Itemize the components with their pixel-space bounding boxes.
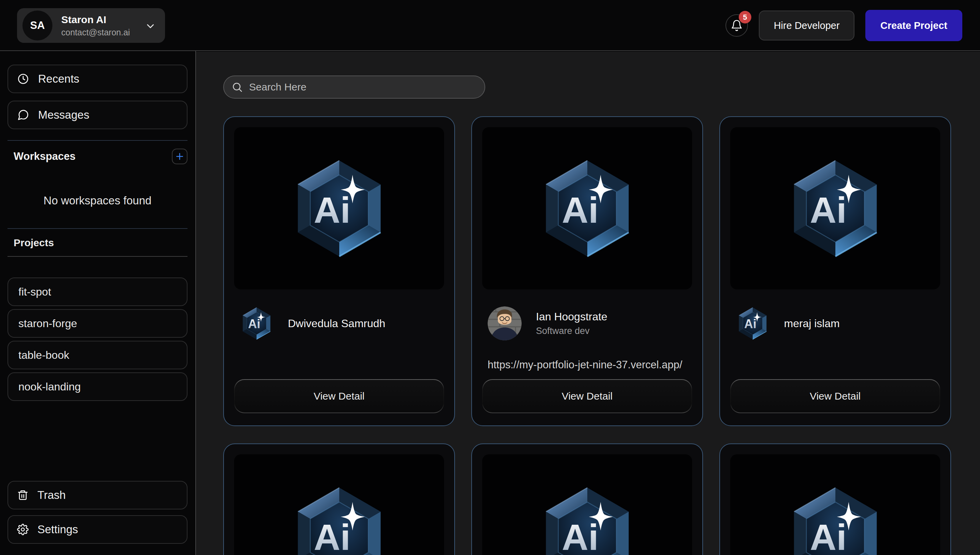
projects-title: Projects [8,237,188,249]
developer-card [223,443,455,555]
notification-badge: 5 [739,11,751,24]
divider [8,228,188,229]
sidebar-item-label: Recents [38,72,79,85]
divider [8,256,188,257]
notifications-button[interactable]: 5 [726,14,748,37]
divider [8,140,188,141]
ai-logo [784,484,887,555]
account-email: contact@staron.ai [61,27,130,38]
account-switcher[interactable]: SA Staron AI contact@staron.ai [17,8,165,43]
search-bar[interactable] [223,75,485,99]
developer-card: Dwivedula Samrudh View Detail [223,116,455,426]
workspaces-title: Workspaces [14,150,76,162]
developer-name: Dwivedula Samrudh [288,317,385,330]
main-content: Dwivedula Samrudh View Detail Ian Hoogst… [196,52,980,555]
sidebar-item-recents[interactable]: Recents [8,65,188,93]
ai-logo [536,484,638,555]
ai-logo [784,157,887,260]
clock-icon [17,73,29,85]
card-image [730,127,940,289]
workspaces-empty-text: No workspaces found [8,194,188,207]
sidebar-project-table-book[interactable]: table-book [8,341,188,369]
sidebar-item-settings[interactable]: Settings [8,515,188,544]
project-label: fit-spot [18,286,51,298]
trash-icon [17,489,29,501]
chevron-down-icon [145,21,156,32]
sidebar-project-staron-forge[interactable]: staron-forge [8,309,188,338]
ai-logo [536,157,638,260]
chat-icon [17,109,29,121]
card-image [482,127,692,289]
developer-name: meraj islam [784,317,840,330]
sidebar-item-messages[interactable]: Messages [8,101,188,129]
developer-card-grid: Dwivedula Samrudh View Detail Ian Hoogst… [223,116,951,555]
sidebar-project-nook-landing[interactable]: nook-landing [8,372,188,401]
card-image [234,127,444,289]
developer-card: Ian Hoogstrate Software dev https://my-p… [471,116,703,426]
account-name: Staron AI [61,13,130,26]
view-detail-button[interactable]: View Detail [730,379,940,413]
sidebar-item-label: Messages [38,109,89,121]
view-detail-button[interactable]: View Detail [234,379,444,413]
add-workspace-button[interactable] [172,149,188,164]
portfolio-url[interactable]: https://my-portfolio-jet-nine-37.vercel.… [488,359,692,371]
developer-role: Software dev [536,326,607,336]
search-input[interactable] [248,81,481,93]
developer-card: meraj islam View Detail [719,116,951,426]
project-label: nook-landing [18,380,80,393]
avatar: SA [22,11,52,40]
sidebar-project-fit-spot[interactable]: fit-spot [8,278,188,306]
ai-logo-avatar [239,306,273,340]
sidebar: Recents Messages Workspaces No workspace… [0,51,196,555]
plus-icon [175,151,185,162]
sidebar-item-trash[interactable]: Trash [8,481,188,509]
card-image [482,454,692,555]
ai-logo [288,484,390,555]
sidebar-item-label: Trash [37,489,66,502]
search-icon [231,81,243,93]
developer-card [719,443,951,555]
ai-logo [288,157,390,260]
card-image [234,454,444,555]
project-label: table-book [18,349,69,361]
gear-icon [17,524,29,535]
sidebar-item-label: Settings [37,523,78,536]
developer-card [471,443,703,555]
ai-logo-avatar [736,306,770,340]
project-label: staron-forge [18,317,77,330]
top-bar: SA Staron AI contact@staron.ai 5 Hire De… [0,0,980,51]
view-detail-button[interactable]: View Detail [482,379,692,413]
create-project-button[interactable]: Create Project [865,10,962,41]
hire-developer-button[interactable]: Hire Developer [759,11,855,40]
developer-name: Ian Hoogstrate [536,311,607,323]
developer-photo-avatar [488,306,522,340]
card-image [730,454,940,555]
